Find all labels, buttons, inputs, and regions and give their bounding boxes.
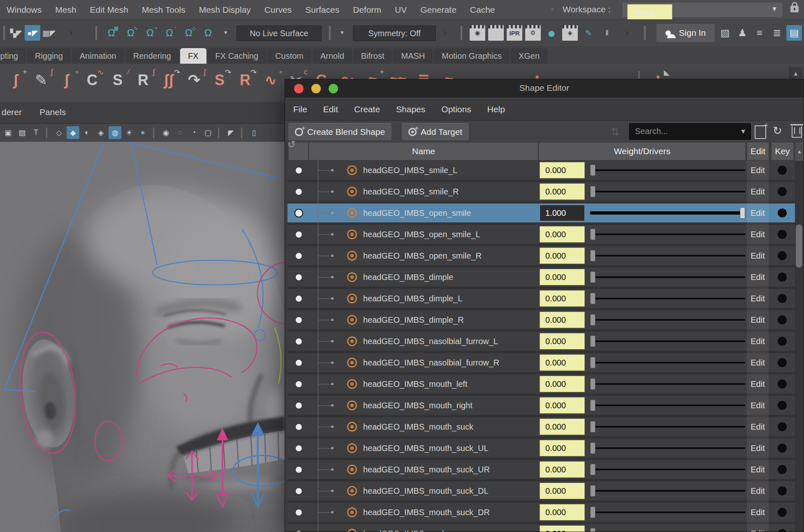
edit-button[interactable]: Edit [747,481,769,500]
shelf-tab-animation[interactable]: Animation [72,48,124,64]
material-display-icon[interactable]: ◈ [95,126,107,139]
isolate-select-icon[interactable]: ▢ [202,126,214,139]
header-weight-drivers[interactable]: Weight/Drivers [539,142,746,160]
key-button[interactable] [778,358,787,367]
header-key[interactable]: Key [771,142,794,160]
menu-mesh-display[interactable]: Mesh Display [199,5,251,15]
shelf-scroll-up-button[interactable]: ▲ [789,67,803,79]
shelf-tab-xgen[interactable]: XGen [511,48,547,64]
cycle-check-icon[interactable]: ↺ [287,139,296,150]
camera-aperture-icon[interactable]: ◔ [188,126,200,139]
collapse-arrow-icon[interactable]: › [69,26,73,39]
blendshape-row[interactable]: headGEO_IMBS_mouth_left0.000Edit [287,375,795,393]
blendshape-row[interactable]: headGEO_IMBS_mouth_suck_UL0.000Edit [287,439,795,458]
weight-slider[interactable] [590,332,745,351]
slider-handle[interactable] [590,421,595,433]
blend-target-icon[interactable] [347,294,357,303]
visibility-toggle[interactable] [295,530,302,532]
textured-display-icon[interactable]: ◍ [109,126,121,139]
key-button[interactable] [778,337,787,346]
chevron-down-icon[interactable]: ▾ [224,29,227,36]
weight-slider[interactable] [590,375,745,393]
weight-value-field[interactable]: 0.000 [540,333,585,349]
key-button[interactable] [778,379,787,389]
blendshape-row[interactable]: headGEO_IMBS_smile_L0.000Edit [287,161,795,180]
snap-point-icon[interactable]: Ω• [142,25,158,41]
edit-button[interactable]: Edit [747,460,769,479]
slider-handle[interactable] [590,271,595,283]
slider-handle[interactable] [590,293,595,304]
visibility-toggle[interactable] [295,231,302,238]
blendshape-row[interactable]: headGEO_IMBS_pucker0.000Edit [287,524,795,532]
key-button[interactable] [778,230,787,239]
film-gate-icon[interactable]: T [30,126,42,139]
scroll-up-icon[interactable]: ▲ [795,142,804,161]
attach-curve-icon[interactable]: ↷ʃ [183,69,206,92]
key-button[interactable] [778,422,787,431]
edit-button[interactable]: Edit [747,225,769,244]
key-button[interactable] [778,508,787,517]
slider-handle[interactable] [590,186,595,197]
visibility-toggle[interactable] [295,252,302,259]
key-button[interactable] [778,208,787,217]
blendshape-row[interactable]: headGEO_IMBS_nasolbial_furrow_R0.000Edit [287,353,795,372]
slider-handle[interactable] [590,250,595,261]
weight-value-field[interactable]: 0.000 [540,419,585,435]
weight-value-field[interactable]: 0.000 [540,226,585,243]
slider-handle[interactable] [740,207,745,219]
vertical-scrollbar[interactable] [795,161,804,532]
shadows-icon[interactable]: ● [137,126,149,139]
weight-value-field[interactable]: 0.000 [540,504,585,520]
curve-utility-icon[interactable]: ∿▫ [259,69,282,92]
key-button[interactable] [778,251,787,260]
live-surface-field[interactable]: No Live Surface [236,25,322,41]
blend-target-icon[interactable] [347,529,357,532]
weight-value-field[interactable]: 0.000 [540,162,585,178]
pause-icon[interactable]: ‖ [599,25,615,41]
select-object-icon[interactable]: ●◤ [25,25,40,41]
chevron-down-icon[interactable]: ▾ [341,29,344,36]
visibility-toggle[interactable] [295,295,302,302]
menu-panels[interactable]: Panels [39,107,66,117]
tool-settings-icon[interactable]: ≣ [769,25,785,41]
blend-target-icon[interactable] [347,315,357,325]
slider-handle[interactable] [590,464,595,475]
menu-renderer[interactable]: derer [2,107,22,117]
blend-target-icon[interactable] [347,187,357,197]
weight-value-field[interactable]: 0.000 [540,525,585,532]
visibility-toggle[interactable] [295,445,302,452]
visibility-toggle[interactable] [295,466,302,473]
key-button[interactable] [778,315,787,324]
header-edit[interactable]: Edit [747,142,769,160]
weight-value-field[interactable]: 0.000 [540,183,585,200]
shelf-tab-custom[interactable]: Custom [267,48,311,64]
render-view-icon[interactable]: ◉ [470,25,485,41]
weight-slider[interactable] [590,524,745,532]
select-component-icon[interactable]: ▦◤ [41,25,57,41]
weight-slider[interactable] [590,417,745,436]
key-button[interactable] [778,294,787,303]
weight-slider[interactable] [590,353,745,372]
blendshape-row[interactable]: headGEO_IMBS_dimple_R0.000Edit [287,310,795,329]
menu-mesh-tools[interactable]: Mesh Tools [142,5,185,15]
blend-target-icon[interactable] [347,208,357,218]
paint-effects-render-icon[interactable]: ✎ [581,25,596,41]
weight-slider[interactable] [590,481,745,500]
blendshape-row[interactable]: headGEO_IMBS_mouth_suck_DL0.000Edit [287,481,795,500]
weight-slider[interactable] [590,182,745,201]
menu-windows[interactable]: Windows [7,5,42,15]
shelf-tab-mash[interactable]: MASH [393,48,433,64]
slider-handle[interactable] [590,400,595,411]
blend-target-icon[interactable] [347,465,357,474]
display-layers-icon[interactable]: ● [544,25,559,41]
ao-icon[interactable]: ◉ [160,126,172,139]
key-button[interactable] [778,486,787,495]
make-collide-icon[interactable]: C∿ [81,69,104,92]
weight-value-field[interactable]: 1.000 [540,205,585,221]
visibility-toggle[interactable] [295,423,302,430]
weight-slider[interactable] [590,161,745,180]
slider-handle[interactable] [590,357,595,368]
viewport-canvas[interactable] [0,142,285,532]
blendshape-row[interactable]: headGEO_IMBS_mouth_suck_DR0.000Edit [287,503,795,522]
blendshape-row[interactable]: headGEO_IMBS_dimple_L0.000Edit [287,289,795,308]
